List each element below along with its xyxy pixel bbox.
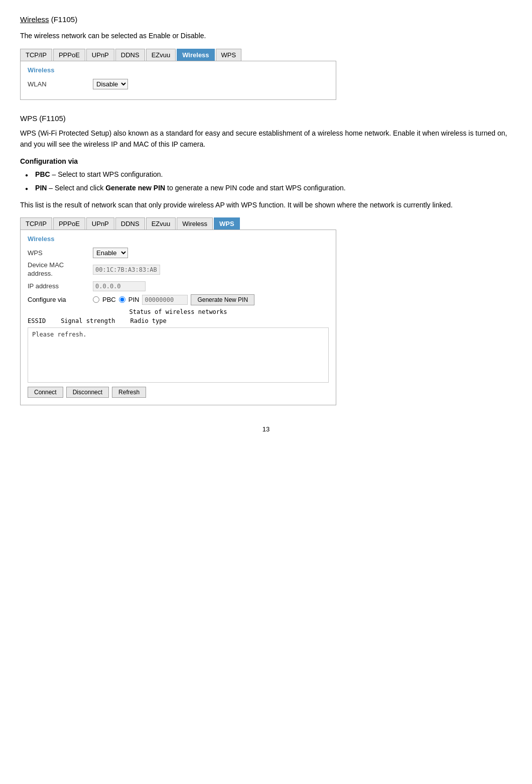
last-text: This list is the result of network scan … xyxy=(20,199,512,210)
wireless-panel: Wireless WLAN Disable Enable xyxy=(20,61,336,100)
disconnect-button[interactable]: Disconnect xyxy=(66,387,109,398)
tab-ezvuu-2[interactable]: EZvuu xyxy=(146,217,176,230)
action-buttons: Connect Disconnect Refresh xyxy=(28,387,329,398)
wps-row: WPS Enable Disable xyxy=(28,248,329,258)
configure-via-radios: PBC PIN Generate New PIN xyxy=(93,294,254,305)
title-suffix: (F1105) xyxy=(49,15,78,24)
ip-input[interactable] xyxy=(93,281,146,291)
tab-pppoe-2[interactable]: PPPoE xyxy=(53,217,85,230)
tab-upnp-1[interactable]: UPnP xyxy=(86,49,114,61)
tab-tcpip-2[interactable]: TCP/IP xyxy=(20,217,52,230)
tab-wireless-2[interactable]: Wireless xyxy=(177,217,213,230)
wps-field-label: WPS xyxy=(28,249,93,257)
pbc-radio[interactable] xyxy=(93,296,99,303)
network-status-text: Please refresh. xyxy=(32,331,86,338)
wps-tab-section: TCP/IP PPPoE UPnP DDNS EZvuu Wireless WP… xyxy=(20,217,336,405)
col-signal: Signal strength xyxy=(61,317,115,324)
tab-pppoe-1[interactable]: PPPoE xyxy=(53,49,85,61)
configure-via-row: Configure via PBC PIN Generate New PIN xyxy=(28,294,329,305)
wps-body-text: WPS (Wi-Fi Protected Setup) also known a… xyxy=(20,128,512,150)
intro-text: The wireless network can be selected as … xyxy=(20,32,512,40)
config-title: Configuration via xyxy=(20,157,512,165)
wlan-select[interactable]: Disable Enable xyxy=(93,79,128,89)
tab-ddns-2[interactable]: DDNS xyxy=(115,217,145,230)
page-title: Wireless (F1105) xyxy=(20,15,512,24)
bullet-pin: PIN – Select and click Generate new PIN … xyxy=(25,183,512,193)
col-essid: ESSID xyxy=(28,317,46,324)
wps-panel-content: Wireless WPS Enable Disable Device MACad… xyxy=(20,230,336,405)
config-bullets: PBC – Select to start WPS configuration.… xyxy=(20,169,512,193)
mac-row: Device MACaddress. xyxy=(28,261,329,278)
wps-title-underline: WPS xyxy=(20,114,37,123)
wps-title: WPS (F1105) xyxy=(20,114,512,123)
refresh-button[interactable]: Refresh xyxy=(112,387,146,398)
pin-text: PIN – Select and click Generate new PIN … xyxy=(35,183,346,193)
pbc-bold: PBC – Select to start WPS configuration. xyxy=(35,169,163,180)
pbc-radio-label: PBC xyxy=(102,296,116,303)
wps-title-section: WPS (F1105) WPS (Wi-Fi Protected Setup) … xyxy=(20,114,512,210)
tab-wps-2[interactable]: WPS xyxy=(214,217,240,230)
pin-input[interactable] xyxy=(142,295,188,305)
wireless-panel-content: Wireless WLAN Disable Enable xyxy=(20,61,336,100)
tab-ezvuu-1[interactable]: EZvuu xyxy=(146,49,176,61)
tab-wps-1[interactable]: WPS xyxy=(216,49,242,61)
tab-upnp-2[interactable]: UPnP xyxy=(86,217,114,230)
tab-tcpip-1[interactable]: TCP/IP xyxy=(20,49,52,61)
generate-pin-button[interactable]: Generate New PIN xyxy=(191,294,254,305)
wlan-row: WLAN Disable Enable xyxy=(28,79,329,89)
wps-title-suffix: (F1105) xyxy=(37,114,66,123)
wps-tab-bar: TCP/IP PPPoE UPnP DDNS EZvuu Wireless WP… xyxy=(20,217,336,230)
title-wireless: Wireless xyxy=(20,15,49,24)
wireless-panel-title: Wireless xyxy=(28,66,329,74)
tab-ddns-1[interactable]: DDNS xyxy=(115,49,145,61)
pin-radio[interactable] xyxy=(119,296,125,303)
mac-input[interactable] xyxy=(93,265,160,275)
wireless-tab-bar: TCP/IP PPPoE UPnP DDNS EZvuu Wireless WP… xyxy=(20,49,336,61)
tab-wireless-1[interactable]: Wireless xyxy=(177,49,214,61)
page-number: 13 xyxy=(20,425,512,433)
bullet-pbc: PBC – Select to start WPS configuration. xyxy=(25,169,512,180)
ip-row: IP address xyxy=(28,281,329,291)
configure-via-label: Configure via xyxy=(28,296,93,303)
status-label: Status of wireless networks xyxy=(28,308,329,315)
pin-radio-label: PIN xyxy=(128,296,140,303)
mac-label: Device MACaddress. xyxy=(28,261,93,278)
wps-panel: Wireless WPS Enable Disable Device MACad… xyxy=(20,230,336,405)
network-table-header: ESSID Signal strength Radio type xyxy=(28,317,329,324)
col-radio: Radio type xyxy=(130,317,167,324)
wps-panel-title: Wireless xyxy=(28,235,329,243)
wps-select[interactable]: Enable Disable xyxy=(93,248,128,258)
connect-button[interactable]: Connect xyxy=(28,387,63,398)
wireless-tab-section: TCP/IP PPPoE UPnP DDNS EZvuu Wireless WP… xyxy=(20,49,336,100)
ip-label: IP address xyxy=(28,282,93,290)
network-status-area: Please refresh. xyxy=(28,327,329,383)
wlan-label: WLAN xyxy=(28,80,93,88)
